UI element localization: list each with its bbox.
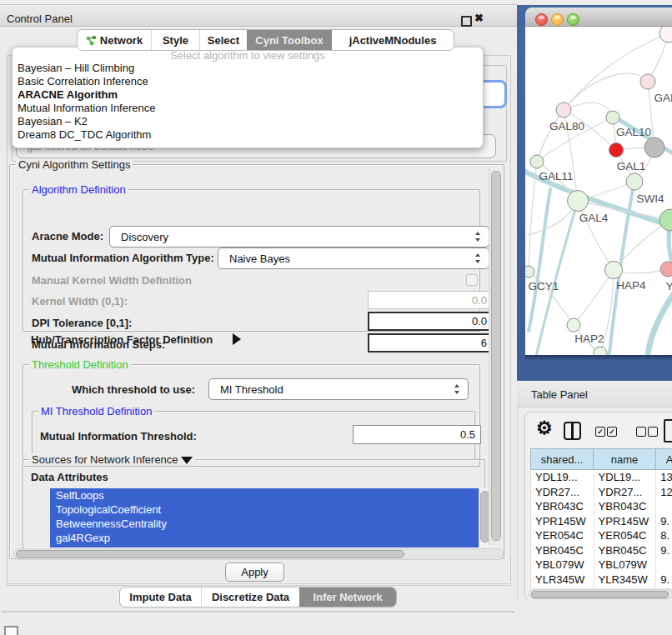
- network-node[interactable]: [626, 173, 643, 190]
- network-node[interactable]: [525, 266, 534, 278]
- network-node[interactable]: [530, 155, 544, 168]
- algorithm-option[interactable]: Basic Correlation Inference: [18, 75, 476, 88]
- algorithm-option[interactable]: ARACNE Algorithm: [18, 88, 476, 102]
- tab-label: Infer Network: [313, 591, 382, 603]
- column-header-shared[interactable]: shared...: [530, 448, 594, 470]
- table-horizontal-scrollbar[interactable]: [529, 589, 672, 599]
- table-row[interactable]: YBL079WYBL079W: [531, 558, 672, 572]
- deselect-all-icon[interactable]: [636, 427, 646, 437]
- table-row[interactable]: YIL052CYIL052C9: [531, 587, 672, 588]
- float-panel-icon[interactable]: [461, 16, 472, 27]
- settings-vertical-scrollbar[interactable]: [489, 168, 501, 545]
- table-row[interactable]: YER054CYER054C8.: [531, 528, 672, 543]
- scrollbar-thumb[interactable]: [491, 171, 501, 541]
- mi-steps-field[interactable]: 6: [368, 333, 494, 352]
- data-attributes-list[interactable]: SelfLoopsTopologicalCoefficientBetweenne…: [50, 488, 479, 548]
- tab-jactivemnodules[interactable]: jActiveMNodules: [332, 30, 454, 50]
- mi-algorithm-type-combobox[interactable]: Naive Bayes: [218, 248, 489, 269]
- network-node[interactable]: [659, 27, 672, 42]
- tab-style[interactable]: Style: [151, 30, 199, 50]
- network-node[interactable]: [644, 138, 664, 158]
- network-node[interactable]: [609, 143, 624, 158]
- network-node[interactable]: [567, 318, 580, 332]
- apply-button[interactable]: Apply: [225, 562, 284, 582]
- network-edge[interactable]: [574, 270, 614, 325]
- network-edge[interactable]: [537, 110, 564, 162]
- gear-icon[interactable]: ⚙: [536, 418, 553, 439]
- network-view-window: GALGAL80GAL10GAL1GAL11SWI4GAL4GCY1HAP4YH…: [525, 8, 672, 361]
- aracne-mode-combobox[interactable]: Discovery: [109, 226, 489, 248]
- attribute-list-item[interactable]: BetweennessCentrality: [50, 517, 479, 531]
- mi-threshold-label: Mutual Information Threshold:: [40, 430, 197, 442]
- deselect-all-icon[interactable]: [648, 427, 658, 437]
- network-node[interactable]: [640, 74, 655, 89]
- network-node[interactable]: [556, 102, 571, 118]
- network-node[interactable]: [660, 262, 672, 277]
- column-header-name[interactable]: name: [594, 448, 656, 470]
- hub-expand-icon[interactable]: [233, 333, 241, 345]
- tab-select[interactable]: Select: [199, 30, 247, 50]
- algorithm-dropdown-popup: Select algorithm to view settings Bayesi…: [12, 47, 484, 148]
- node-label: HAP4: [616, 279, 646, 292]
- scrollbar-thumb[interactable]: [531, 591, 669, 598]
- algorithm-option[interactable]: Bayesian – K2: [18, 115, 476, 128]
- network-edge[interactable]: [564, 73, 648, 110]
- which-threshold-combobox[interactable]: MI Threshold: [208, 378, 469, 400]
- network-node[interactable]: [594, 347, 607, 355]
- algorithm-option[interactable]: Mutual Information Inference: [18, 102, 476, 115]
- table-cell: 12: [656, 485, 672, 500]
- column-header-A[interactable]: A: [656, 448, 672, 470]
- table-row[interactable]: YPR145WYPR145W9.: [531, 514, 672, 529]
- close-window-icon[interactable]: [535, 13, 548, 26]
- attribute-list-item[interactable]: gal4RGexp: [50, 531, 479, 545]
- dpi-tolerance-field[interactable]: 0.0: [368, 312, 494, 331]
- network-edge[interactable]: [647, 282, 672, 355]
- table-cell: YDL19...: [531, 470, 594, 485]
- select-all-icon[interactable]: ✓: [595, 427, 605, 437]
- tab-impute-data[interactable]: Impute Data: [120, 588, 201, 607]
- tab-cyni-toolbox[interactable]: Cyni Toolbox: [247, 30, 332, 50]
- table-cell: YPR145W: [594, 514, 657, 529]
- algorithm-option[interactable]: Dream8 DC_TDC Algorithm: [18, 128, 476, 142]
- zoom-window-icon[interactable]: [567, 13, 579, 26]
- mi-threshold-field[interactable]: 0.5: [353, 425, 481, 444]
- table-row[interactable]: YDR27...YDR27...12: [531, 485, 672, 500]
- dpi-tolerance-label: DPI Tolerance [0,1]:: [32, 317, 132, 329]
- network-canvas[interactable]: GALGAL80GAL10GAL1GAL11SWI4GAL4GCY1HAP4YH…: [525, 27, 672, 355]
- table-row[interactable]: YBR045CYBR045C9.: [531, 543, 672, 558]
- attribute-list-item[interactable]: SelfLoops: [50, 488, 479, 502]
- settings-horizontal-scrollbar[interactable]: [13, 548, 504, 560]
- tab-infer-network[interactable]: Infer Network: [299, 588, 396, 607]
- network-edge[interactable]: [564, 33, 669, 110]
- tab-label: Select: [208, 34, 239, 47]
- panel-corner-icon[interactable]: [4, 626, 18, 635]
- table-row[interactable]: YLR345WYLR345W9.: [531, 572, 672, 588]
- network-window-titlebar[interactable]: [525, 8, 672, 27]
- scrollbar-thumb[interactable]: [16, 550, 404, 558]
- manual-kernel-checkbox[interactable]: [466, 274, 478, 286]
- attribute-list-item[interactable]: TopologicalCoefficient: [50, 502, 479, 517]
- table-panel-titlebar: Table Panel: [517, 381, 672, 408]
- table-cell: [656, 499, 672, 514]
- network-node[interactable]: [568, 191, 589, 212]
- tab-discretize-data[interactable]: Discretize Data: [201, 588, 299, 607]
- select-all-icon[interactable]: ✓: [607, 427, 617, 437]
- network-node[interactable]: [606, 111, 619, 124]
- minimize-window-icon[interactable]: [551, 13, 564, 26]
- document-icon[interactable]: [664, 419, 672, 442]
- network-node[interactable]: [659, 209, 672, 231]
- columns-icon[interactable]: [564, 422, 581, 440]
- network-node[interactable]: [605, 262, 623, 279]
- table-cell: YDL19...: [594, 470, 657, 485]
- tab-network[interactable]: Network: [78, 30, 151, 50]
- panel-edge: [2, 611, 515, 612]
- table-row[interactable]: YBR043CYBR043C: [531, 499, 672, 514]
- close-panel-icon[interactable]: ✖: [474, 12, 484, 24]
- control-panel-titlebar: Control Panel ✖: [0, 4, 517, 27]
- algorithm-option[interactable]: Bayesian – Hill Climbing: [18, 62, 476, 75]
- tab-label: Network: [100, 34, 143, 47]
- table-cell: YPR145W: [531, 514, 594, 529]
- kernel-width-field[interactable]: 0.0: [368, 291, 493, 309]
- table-row[interactable]: YDL19...YDL19...13: [531, 470, 672, 485]
- sources-collapse-icon[interactable]: [181, 457, 193, 464]
